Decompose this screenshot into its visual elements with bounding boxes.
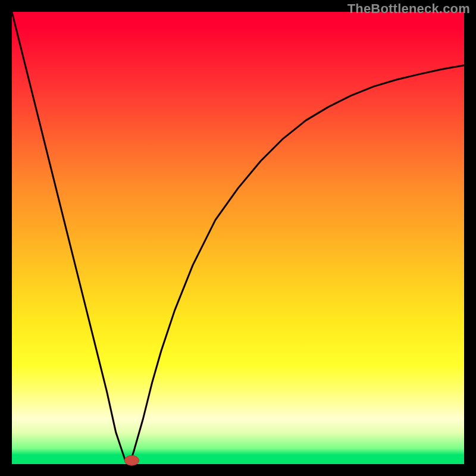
curve-layer <box>12 12 464 464</box>
bottleneck-curve <box>12 12 464 464</box>
frame-border: TheBottleneck.com <box>0 0 476 476</box>
annotation-marker <box>124 456 139 466</box>
watermark-text: TheBottleneck.com <box>347 1 470 17</box>
